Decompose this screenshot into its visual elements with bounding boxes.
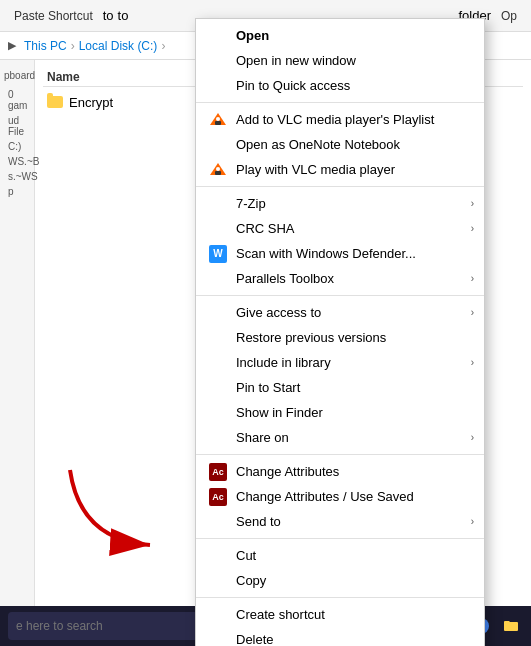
- menu-separator-after-share-on: [196, 454, 484, 455]
- menu-item-delete[interactable]: Delete: [196, 627, 484, 646]
- menu-item-label-delete: Delete: [236, 632, 274, 646]
- sidebar-item-4: WS.~B: [8, 154, 26, 169]
- menu-item-open-onenote[interactable]: Open as OneNote Notebook: [196, 132, 484, 157]
- menu-item-show-finder[interactable]: Show in Finder: [196, 400, 484, 425]
- menu-item-change-attributes-saved[interactable]: AcChange Attributes / Use Saved: [196, 484, 484, 509]
- menu-arrow-7zip: ›: [471, 198, 474, 209]
- sidebar-item-3: C:): [8, 139, 26, 154]
- menu-item-label-restore-versions: Restore previous versions: [236, 330, 386, 345]
- menu-item-label-7zip: 7-Zip: [236, 196, 266, 211]
- menu-item-include-library[interactable]: Include in library›: [196, 350, 484, 375]
- sidebar-items: 0 gam ud File C:) WS.~B s.~WS p: [0, 83, 34, 203]
- svg-rect-1: [215, 121, 221, 125]
- menu-item-parallels[interactable]: Parallels Toolbox›: [196, 266, 484, 291]
- menu-item-label-scan-defender: Scan with Windows Defender...: [236, 246, 416, 261]
- menu-item-label-share-on: Share on: [236, 430, 289, 445]
- menu-item-give-access[interactable]: Give access to›: [196, 300, 484, 325]
- paste-shortcut-button[interactable]: Paste Shortcut: [8, 7, 99, 25]
- menu-item-label-give-access: Give access to: [236, 305, 321, 320]
- menu-arrow-share-on: ›: [471, 432, 474, 443]
- file-name-encrypt: Encrypt: [69, 95, 113, 110]
- menu-item-label-create-shortcut: Create shortcut: [236, 607, 325, 622]
- menu-separator-after-send-to: [196, 538, 484, 539]
- ac-icon: Ac: [208, 462, 228, 482]
- menu-item-label-pin-start: Pin to Start: [236, 380, 300, 395]
- menu-item-label-copy: Copy: [236, 573, 266, 588]
- folder-icon: [47, 94, 63, 110]
- menu-arrow-crc-sha: ›: [471, 223, 474, 234]
- menu-item-label-pin-quick-access: Pin to Quick access: [236, 78, 350, 93]
- context-menu: OpenOpen in new windowPin to Quick acces…: [195, 18, 485, 646]
- menu-item-label-add-vlc-playlist: Add to VLC media player's Playlist: [236, 112, 434, 127]
- menu-item-label-change-attributes: Change Attributes: [236, 464, 339, 479]
- menu-item-label-send-to: Send to: [236, 514, 281, 529]
- menu-item-open-new-window[interactable]: Open in new window: [196, 48, 484, 73]
- menu-item-cut[interactable]: Cut: [196, 543, 484, 568]
- menu-separator-after-pin-quick-access: [196, 102, 484, 103]
- menu-arrow-send-to: ›: [471, 516, 474, 527]
- menu-item-label-show-finder: Show in Finder: [236, 405, 323, 420]
- breadcrumb-arrow: ▶: [8, 39, 16, 52]
- menu-item-copy[interactable]: Copy: [196, 568, 484, 593]
- menu-item-change-attributes[interactable]: AcChange Attributes: [196, 459, 484, 484]
- menu-item-create-shortcut[interactable]: Create shortcut: [196, 602, 484, 627]
- menu-item-label-cut: Cut: [236, 548, 256, 563]
- menu-arrow-parallels: ›: [471, 273, 474, 284]
- menu-item-label-include-library: Include in library: [236, 355, 331, 370]
- menu-item-restore-versions[interactable]: Restore previous versions: [196, 325, 484, 350]
- menu-item-label-open-new-window: Open in new window: [236, 53, 356, 68]
- sidebar: pboard 0 gam ud File C:) WS.~B s.~WS p: [0, 60, 35, 626]
- menu-item-pin-quick-access[interactable]: Pin to Quick access: [196, 73, 484, 98]
- menu-arrow-include-library: ›: [471, 357, 474, 368]
- menu-item-label-open-onenote: Open as OneNote Notebook: [236, 137, 400, 152]
- svg-point-2: [216, 117, 220, 121]
- menu-item-share-on[interactable]: Share on›: [196, 425, 484, 450]
- menu-item-open[interactable]: Open: [196, 23, 484, 48]
- menu-item-scan-defender[interactable]: WScan with Windows Defender...: [196, 241, 484, 266]
- menu-item-send-to[interactable]: Send to›: [196, 509, 484, 534]
- vlc-icon: [208, 160, 228, 180]
- sidebar-item-2: ud File: [8, 113, 26, 139]
- vlc-icon: [208, 110, 228, 130]
- sidebar-clipboard-label: pboard: [0, 68, 34, 83]
- toolbar-to-label: to: [103, 8, 114, 23]
- defender-icon: W: [208, 244, 228, 264]
- sidebar-item-1: 0 gam: [8, 87, 26, 113]
- svg-point-5: [216, 167, 220, 171]
- menu-item-play-vlc[interactable]: Play with VLC media player: [196, 157, 484, 182]
- breadcrumb-local-disk[interactable]: Local Disk (C:): [79, 39, 158, 53]
- menu-arrow-give-access: ›: [471, 307, 474, 318]
- menu-item-crc-sha[interactable]: CRC SHA›: [196, 216, 484, 241]
- sidebar-item-5: s.~WS: [8, 169, 26, 184]
- menu-separator-after-parallels: [196, 295, 484, 296]
- sidebar-item-6: p: [8, 184, 26, 199]
- op-button[interactable]: Op: [495, 7, 523, 25]
- menu-separator-after-copy: [196, 597, 484, 598]
- menu-item-pin-start[interactable]: Pin to Start: [196, 375, 484, 400]
- svg-rect-4: [215, 171, 221, 175]
- taskbar-folder-icon[interactable]: [499, 614, 523, 638]
- menu-item-add-vlc-playlist[interactable]: Add to VLC media player's Playlist: [196, 107, 484, 132]
- menu-item-label-parallels: Parallels Toolbox: [236, 271, 334, 286]
- breadcrumb-this-pc[interactable]: This PC: [24, 39, 67, 53]
- toolbar-to2-label: to: [118, 8, 129, 23]
- menu-item-label-crc-sha: CRC SHA: [236, 221, 295, 236]
- ac-icon: Ac: [208, 487, 228, 507]
- menu-separator-after-play-vlc: [196, 186, 484, 187]
- menu-item-7zip[interactable]: 7-Zip›: [196, 191, 484, 216]
- menu-item-label-play-vlc: Play with VLC media player: [236, 162, 395, 177]
- menu-item-label-change-attributes-saved: Change Attributes / Use Saved: [236, 489, 414, 504]
- menu-item-label-open: Open: [236, 28, 269, 43]
